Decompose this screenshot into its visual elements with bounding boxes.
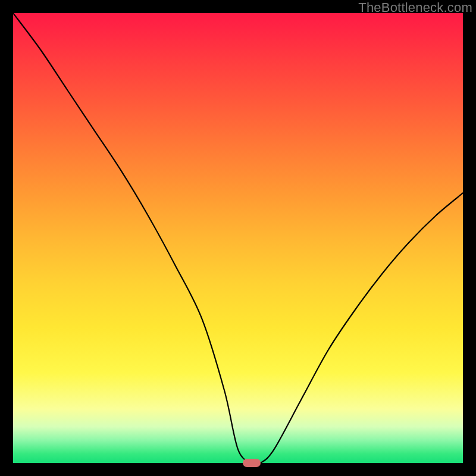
- plot-area: [13, 13, 463, 463]
- watermark-text: TheBottleneck.com: [358, 0, 472, 15]
- bottleneck-curve: [13, 13, 463, 463]
- chart-frame: TheBottleneck.com: [0, 0, 476, 476]
- optimal-marker: [243, 459, 261, 467]
